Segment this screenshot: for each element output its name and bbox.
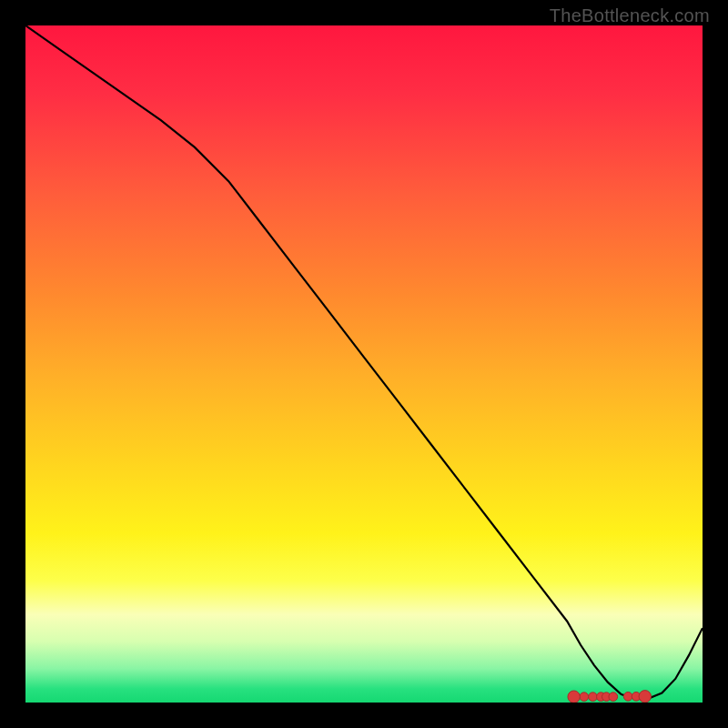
chart-container: TheBottleneck.com [0,0,728,728]
chart-svg [25,25,703,703]
plot-area [25,25,703,703]
marker-group [568,691,652,703]
data-marker-end [639,691,651,703]
data-marker [580,693,589,702]
data-marker [589,693,598,702]
data-marker [609,693,618,702]
series-line [25,25,703,699]
data-marker-end [568,691,580,703]
data-marker [623,692,632,701]
watermark-text: TheBottleneck.com [550,5,710,26]
